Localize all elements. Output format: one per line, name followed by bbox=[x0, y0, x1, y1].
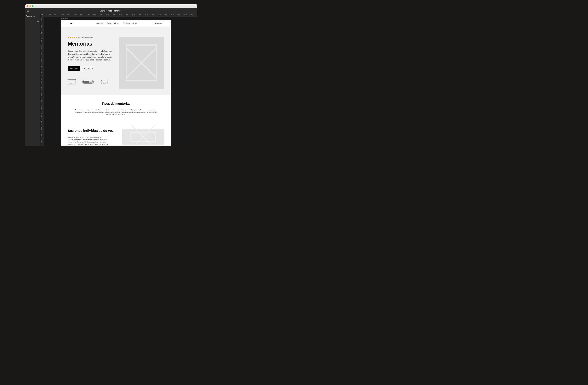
star-icon: ★ bbox=[74, 37, 75, 39]
breadcrumb-parent[interactable]: Drafts bbox=[100, 10, 105, 12]
sesiones-section: Sesiones individuales de voz Rhoncus mor… bbox=[61, 122, 171, 146]
ruler-horizontal: 7400750076007700780079008000810082008300… bbox=[41, 14, 197, 17]
nav-link-mentorias[interactable]: Mentorías bbox=[96, 22, 103, 24]
tipos-body: Rhoncus morbi et augue nec, in id ullamc… bbox=[73, 109, 159, 116]
star-icon: ★ bbox=[72, 37, 73, 39]
breadcrumb: Drafts / Alizia Romero ⌄ bbox=[100, 10, 123, 12]
rating-row: ★ ★ ★ ★ ★ 5/5 Satisfacción al cliente bbox=[68, 37, 114, 39]
svg-text:MEGA: MEGA bbox=[85, 81, 88, 82]
sesiones-body: Rhoncus morbi et augue nec, in id ullamc… bbox=[68, 136, 110, 146]
tipos-title: Tipos de mentorías bbox=[73, 102, 159, 106]
svg-point-0 bbox=[27, 10, 29, 12]
frame-label[interactable]: Mentorías bbox=[61, 18, 68, 19]
close-traffic-light[interactable] bbox=[27, 5, 28, 7]
hero-image-placeholder bbox=[119, 37, 164, 89]
badge-row: ULTRACLEAR MEGASTANDARD HYPERBEST★★★★★ bbox=[68, 79, 114, 85]
svg-text:CLEAR: CLEAR bbox=[70, 83, 73, 84]
mac-titlebar bbox=[25, 4, 197, 8]
svg-text:ULTRA: ULTRA bbox=[70, 80, 74, 81]
sesiones-image-placeholder bbox=[122, 129, 164, 145]
caret-up-icon: ˄ bbox=[38, 15, 39, 17]
layers-panel: Wireframes ˄ bbox=[25, 14, 41, 146]
hero-section: ★ ★ ★ ★ ★ 5/5 Satisfacción al cliente Me… bbox=[61, 27, 171, 95]
ver-video-label: Ver video bbox=[84, 68, 91, 69]
ver-video-button[interactable]: Ver video bbox=[82, 66, 95, 71]
badge-ultra-clear: ULTRACLEAR bbox=[68, 79, 76, 85]
chevron-down-icon[interactable]: ⌄ bbox=[121, 10, 123, 12]
app-topbar: Drafts / Alizia Romero ⌄ bbox=[25, 8, 197, 14]
contact-button[interactable]: Contacto bbox=[153, 21, 164, 25]
sesiones-title: Sesiones individuales de voz bbox=[68, 129, 116, 133]
nav-link-servicios[interactable]: Servicios artísticos bbox=[123, 22, 136, 24]
tipos-section: Tipos de mentorías Rhoncus morbi et augu… bbox=[61, 95, 171, 122]
app-window: Drafts / Alizia Romero ⌄ Wireframes ˄ 74… bbox=[25, 4, 197, 146]
play-icon bbox=[92, 68, 93, 69]
hero-title: Mentorías bbox=[68, 41, 114, 47]
site-logo[interactable]: LOGO bbox=[68, 22, 73, 24]
ruler-vertical: -12900-12800-12700-12600-12500-12400-123… bbox=[41, 17, 44, 146]
rating-text: 5/5 Satisfacción al cliente bbox=[79, 37, 93, 38]
mentorias-button[interactable]: Mentorías bbox=[68, 66, 80, 71]
maximize-traffic-light[interactable] bbox=[32, 5, 34, 7]
badge-mega-standard: MEGASTANDARD bbox=[82, 79, 94, 85]
canvas[interactable]: Mentorías LOGO Mentorías Cursos y taller… bbox=[44, 17, 197, 146]
minimize-traffic-light[interactable] bbox=[29, 5, 31, 7]
svg-text:★★★★★: ★★★★★ bbox=[103, 83, 106, 84]
layers-panel-title: Wireframes bbox=[26, 15, 35, 17]
svg-text:HYPER: HYPER bbox=[103, 80, 106, 81]
nav-link-cursos[interactable]: Cursos y talleres bbox=[107, 22, 119, 24]
star-icon: ★ bbox=[68, 37, 69, 39]
star-icon: ★ bbox=[76, 37, 77, 39]
add-page-row[interactable] bbox=[25, 19, 40, 24]
svg-text:BEST: BEST bbox=[104, 82, 106, 83]
site-nav: LOGO Mentorías Cursos y talleres Servici… bbox=[61, 20, 171, 27]
svg-text:STANDARD: STANDARD bbox=[85, 83, 88, 83]
breadcrumb-current[interactable]: Alizia Romero bbox=[108, 10, 120, 12]
artboard-mentorias[interactable]: LOGO Mentorías Cursos y talleres Servici… bbox=[61, 20, 171, 146]
app-logo-icon[interactable] bbox=[27, 9, 29, 12]
breadcrumb-separator: / bbox=[106, 10, 106, 12]
star-icon: ★ bbox=[70, 37, 71, 39]
layers-panel-header[interactable]: Wireframes ˄ bbox=[25, 14, 40, 19]
hero-lead: "Lorem ipsum dolor sit amet, consectetur… bbox=[68, 50, 113, 61]
plus-icon bbox=[37, 21, 39, 22]
badge-hyper-best: HYPERBEST★★★★★ bbox=[100, 79, 109, 85]
